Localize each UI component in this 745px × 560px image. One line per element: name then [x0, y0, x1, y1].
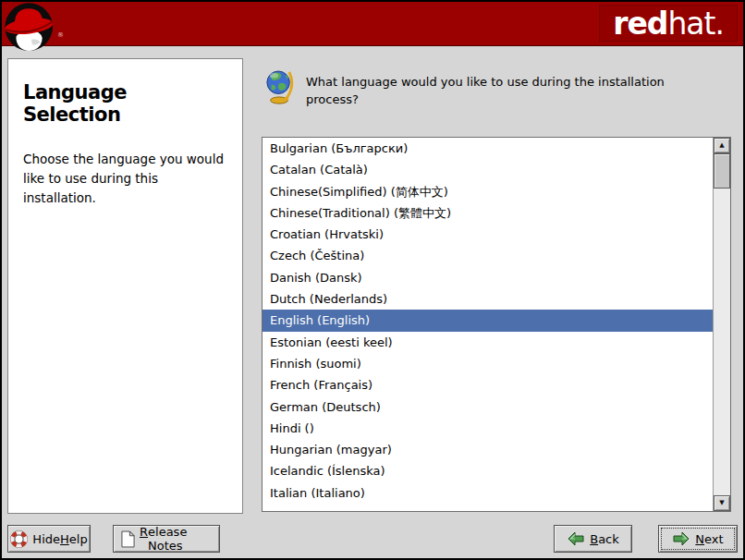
- language-list-item[interactable]: Icelandic (Íslenska): [263, 460, 713, 481]
- back-button[interactable]: Back: [554, 525, 632, 553]
- back-arrow-icon: [567, 531, 585, 546]
- language-label: Chinese(Simplified) (简体中文): [270, 185, 448, 199]
- next-arrow-icon: [672, 531, 690, 546]
- language-list-item[interactable]: Dutch (Nederlands): [263, 288, 713, 310]
- help-text: Choose the language you would like to us…: [23, 150, 227, 208]
- life-preserver-icon: [10, 530, 28, 548]
- language-list-item[interactable]: English (English): [263, 310, 713, 331]
- language-list-item[interactable]: Finnish (suomi): [263, 353, 713, 374]
- wordmark-period: .: [715, 6, 725, 42]
- scrollbar[interactable]: ▲ ▼: [713, 138, 730, 511]
- next-button[interactable]: Next: [658, 525, 738, 553]
- language-label: Catalan (Català): [270, 163, 368, 177]
- redhat-wordmark: redhat.: [599, 5, 738, 42]
- language-label: Hungarian (magyar): [270, 443, 392, 457]
- release-notes-mnemonic: R: [140, 525, 148, 553]
- back-mnemonic: B: [590, 532, 598, 546]
- language-label: Icelandic (Íslenska): [270, 464, 385, 478]
- language-label: Bulgarian (Български): [270, 141, 408, 155]
- banner: redhat.: [2, 2, 743, 46]
- redhat-shadowman-logo-icon: [4, 2, 57, 55]
- hide-help-mnemonic: H: [60, 532, 69, 546]
- language-list-item[interactable]: Italian (Italiano): [263, 482, 713, 504]
- language-list-item[interactable]: German (Deutsch): [263, 396, 713, 418]
- hide-help-button[interactable]: Hide Help: [7, 525, 91, 553]
- language-list-box: Bulgarian (Български) Catalan (Català) C…: [262, 137, 731, 512]
- language-label: Estonian (eesti keel): [270, 335, 393, 349]
- language-label: Czech (Čeština): [270, 249, 364, 262]
- next-label-post: ext: [704, 532, 724, 546]
- release-notes-label-post: elease Notes: [148, 525, 212, 553]
- scroll-up-button[interactable]: ▲: [714, 138, 730, 153]
- page-title: Language Selection: [23, 81, 227, 126]
- language-label: Dutch (Nederlands): [270, 292, 387, 306]
- language-list-item[interactable]: Catalan (Català): [263, 159, 713, 180]
- question-text: What language would you like to use duri…: [306, 67, 671, 109]
- help-panel: Language Selection Choose the language y…: [7, 58, 243, 514]
- installer-window: redhat. ® Language Selection Choose the …: [0, 0, 745, 560]
- language-list-item[interactable]: Chinese(Traditional) (繁體中文): [263, 202, 713, 224]
- scroll-up-arrow-icon: ▲: [719, 141, 724, 149]
- language-list-item[interactable]: Chinese(Simplified) (简体中文): [263, 181, 713, 202]
- language-label: Chinese(Traditional) (繁體中文): [270, 206, 451, 220]
- language-list-item[interactable]: Estonian (eesti keel): [263, 332, 713, 353]
- hide-help-label-post: elp: [69, 532, 88, 546]
- release-notes-button[interactable]: Release Notes: [113, 525, 220, 553]
- hide-help-label-pre: Hide: [32, 532, 60, 546]
- language-list: Bulgarian (Български) Catalan (Català) C…: [263, 138, 713, 511]
- scroll-down-button[interactable]: ▼: [714, 495, 730, 511]
- document-icon: [121, 530, 135, 548]
- next-mnemonic: N: [695, 532, 704, 546]
- trademark-symbol: ®: [57, 31, 64, 39]
- wordmark-hat: hat: [667, 6, 714, 42]
- language-label: German (Deutsch): [270, 400, 381, 414]
- language-label: Hindi (): [270, 421, 314, 435]
- globe-icon: [265, 67, 295, 105]
- language-label: English (English): [270, 313, 370, 327]
- back-label-post: ack: [598, 532, 619, 546]
- language-list-item[interactable]: Danish (Dansk): [263, 267, 713, 288]
- question-row: What language would you like to use duri…: [265, 67, 709, 109]
- wordmark-red: red: [613, 6, 667, 42]
- language-list-item[interactable]: Czech (Čeština): [263, 245, 713, 266]
- language-list-item[interactable]: Hungarian (magyar): [263, 439, 713, 460]
- language-list-item[interactable]: Hindi (): [263, 418, 713, 439]
- scroll-thumb[interactable]: [714, 153, 730, 189]
- language-label: Finnish (suomi): [270, 357, 361, 371]
- language-label: Danish (Dansk): [270, 271, 362, 285]
- language-list-item[interactable]: French (Français): [263, 374, 713, 396]
- scroll-down-arrow-icon: ▼: [719, 499, 724, 506]
- language-label: Croatian (Hrvatski): [270, 227, 384, 241]
- language-label: Italian (Italiano): [270, 486, 365, 500]
- language-list-item[interactable]: Bulgarian (Български): [263, 138, 713, 159]
- language-label: French (Français): [270, 378, 372, 392]
- language-list-item[interactable]: Croatian (Hrvatski): [263, 224, 713, 245]
